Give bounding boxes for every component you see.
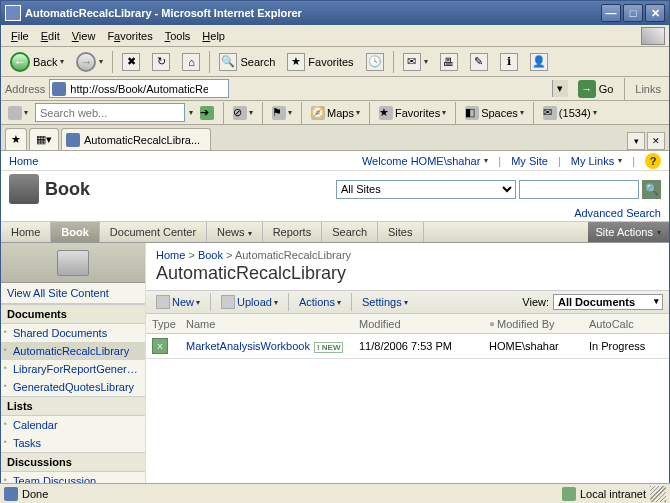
site-actions-menu[interactable]: Site Actions▾ <box>588 222 669 242</box>
messenger-button[interactable]: 👤 <box>525 50 553 74</box>
site-search-go[interactable]: 🔍 <box>642 180 661 199</box>
menu-file[interactable]: File <box>5 28 35 44</box>
app-icon <box>5 5 21 21</box>
doc-autocalc: In Progress <box>589 340 669 352</box>
sp-home-link[interactable]: Home <box>9 155 38 167</box>
edit-button[interactable]: ✎ <box>465 50 493 74</box>
actions-menu[interactable]: Actions▾ <box>295 294 345 310</box>
view-selector[interactable]: All Documents <box>553 294 663 310</box>
favorites-star-button[interactable]: ★ <box>5 128 27 150</box>
back-button[interactable]: ←Back▾ <box>5 49 69 75</box>
mysite-link[interactable]: My Site <box>511 155 548 167</box>
refresh-button[interactable]: ↻ <box>147 50 175 74</box>
col-header-autocalc[interactable]: AutoCalc <box>589 318 669 330</box>
close-button[interactable]: ✕ <box>645 4 665 22</box>
search-button[interactable]: 🔍Search <box>214 50 280 74</box>
tab-close-button[interactable]: ✕ <box>647 132 665 150</box>
browser-tab[interactable]: AutomaticRecalcLibra... <box>61 128 211 150</box>
sp-top-nav: Home Book Document Center News ▾ Reports… <box>1 221 669 243</box>
maximize-button[interactable]: □ <box>623 4 643 22</box>
address-dropdown[interactable]: ▾ <box>552 80 568 97</box>
home-button[interactable]: ⌂ <box>177 50 205 74</box>
advanced-search-link[interactable]: Advanced Search <box>574 207 661 219</box>
minimize-button[interactable]: — <box>601 4 621 22</box>
go-button[interactable]: →Go <box>573 78 619 100</box>
search-toolbar: ▾ ▾ ➔ ⊘▾ ⚑▾ 🧭Maps▾ ★Favorites▾ ◧Spaces▾ … <box>1 101 669 125</box>
col-header-name[interactable]: Name <box>182 318 359 330</box>
site-title[interactable]: Book <box>45 179 90 200</box>
side-link-calendar[interactable]: Calendar <box>1 416 145 434</box>
side-link-quotes[interactable]: GeneratedQuotesLibrary <box>1 378 145 396</box>
col-header-modified-by[interactable]: Modified By <box>489 318 589 330</box>
favorites-button[interactable]: ★Favorites <box>282 50 358 74</box>
search-scope-select[interactable]: All Sites <box>336 180 516 199</box>
print-button[interactable]: 🖶 <box>435 50 463 74</box>
site-search-input[interactable] <box>519 180 639 199</box>
quick-tabs-button[interactable]: ▦▾ <box>29 128 59 150</box>
mail-button[interactable]: ✉▾ <box>398 50 433 74</box>
doc-modified-by[interactable]: HOME\shahar <box>489 340 589 352</box>
side-link-autorecalc[interactable]: AutomaticRecalcLibrary <box>1 342 145 360</box>
table-row[interactable]: X MarketAnalysisWorkbook! NEW 11/8/2006 … <box>146 334 669 358</box>
welcome-dropdown[interactable]: ▾ <box>484 156 488 165</box>
toolbar-mail-button[interactable]: ✉(1534)▾ <box>540 106 600 120</box>
search-dropdown[interactable]: ▾ <box>189 108 193 117</box>
side-link-reportgen[interactable]: LibraryForReportGeneration <box>1 360 145 378</box>
col-header-modified[interactable]: Modified <box>359 318 489 330</box>
upload-menu[interactable]: Upload▾ <box>217 293 282 311</box>
block-popup-button[interactable]: ⊘▾ <box>230 106 256 120</box>
web-search-input[interactable] <box>35 103 185 122</box>
menu-favorites[interactable]: Favorites <box>101 28 158 44</box>
nav-home[interactable]: Home <box>1 222 51 242</box>
mylinks-dropdown[interactable]: ▾ <box>618 156 622 165</box>
phishing-button[interactable]: ⚑▾ <box>269 106 295 120</box>
menu-view[interactable]: View <box>66 28 102 44</box>
side-heading-lists[interactable]: Lists <box>1 396 145 416</box>
nav-reports[interactable]: Reports <box>263 222 323 242</box>
address-bar: Address ▾ →Go Links <box>1 77 669 101</box>
spaces-button[interactable]: ◧Spaces▾ <box>462 106 527 120</box>
side-heading-discussions[interactable]: Discussions <box>1 452 145 472</box>
view-all-site-content[interactable]: View All Site Content <box>1 283 145 304</box>
search-go-button[interactable]: ➔ <box>197 106 217 120</box>
new-menu[interactable]: New▾ <box>152 293 204 311</box>
library-title: AutomaticRecalcLibrary <box>146 263 669 290</box>
tab-page-icon <box>66 133 80 147</box>
forward-button[interactable]: →▾ <box>71 49 108 75</box>
history-button[interactable]: 🕓 <box>361 50 389 74</box>
col-header-type[interactable]: Type <box>146 318 182 330</box>
nav-news[interactable]: News ▾ <box>207 222 263 242</box>
side-link-shared-docs[interactable]: Shared Documents <box>1 324 145 342</box>
new-badge: ! NEW <box>314 342 344 353</box>
help-icon[interactable]: ? <box>645 153 661 169</box>
status-text: Done <box>22 488 48 500</box>
breadcrumb-book[interactable]: Book <box>198 249 223 261</box>
links-label[interactable]: Links <box>631 83 665 95</box>
go-arrow-icon: → <box>578 80 596 98</box>
back-arrow-icon: ← <box>10 52 30 72</box>
resize-grip[interactable] <box>650 486 666 502</box>
address-input[interactable] <box>49 79 229 98</box>
messenger-icon: 👤 <box>530 53 548 71</box>
menu-tools[interactable]: Tools <box>159 28 197 44</box>
home-icon: ⌂ <box>182 53 200 71</box>
side-link-tasks[interactable]: Tasks <box>1 434 145 452</box>
mylinks-link[interactable]: My Links <box>571 155 614 167</box>
doc-name-link[interactable]: MarketAnalysisWorkbook! NEW <box>182 340 359 352</box>
menu-help[interactable]: Help <box>196 28 231 44</box>
nav-sites[interactable]: Sites <box>378 222 423 242</box>
nav-search[interactable]: Search <box>322 222 378 242</box>
toolbar-favorites-button[interactable]: ★Favorites▾ <box>376 106 449 120</box>
tab-dropdown[interactable]: ▾ <box>627 132 645 150</box>
page-icon <box>52 82 66 96</box>
stop-button[interactable]: ✖ <box>117 50 145 74</box>
nav-book[interactable]: Book <box>51 222 100 242</box>
side-heading-documents[interactable]: Documents <box>1 304 145 324</box>
research-button[interactable]: ℹ <box>495 50 523 74</box>
search-provider-icon[interactable]: ▾ <box>5 106 31 120</box>
nav-doc-center[interactable]: Document Center <box>100 222 207 242</box>
maps-button[interactable]: 🧭Maps▾ <box>308 106 363 120</box>
menu-edit[interactable]: Edit <box>35 28 66 44</box>
breadcrumb-home[interactable]: Home <box>156 249 185 261</box>
settings-menu[interactable]: Settings▾ <box>358 294 412 310</box>
